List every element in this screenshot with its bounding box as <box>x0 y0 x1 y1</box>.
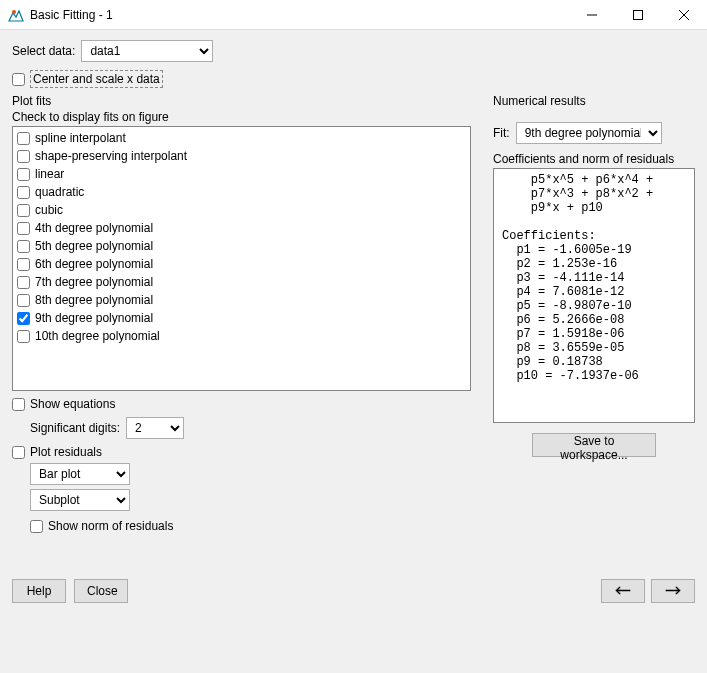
residual-location-dropdown[interactable]: Subplot <box>30 489 130 511</box>
help-button[interactable]: Help <box>12 579 66 603</box>
fit-dropdown[interactable]: 9th degree polynomial <box>516 122 662 144</box>
show-equations-checkbox[interactable] <box>12 398 25 411</box>
fit-item[interactable]: cubic <box>17 201 466 219</box>
fit-label: linear <box>35 167 64 181</box>
fit-item[interactable]: 6th degree polynomial <box>17 255 466 273</box>
fit-item[interactable]: quadratic <box>17 183 466 201</box>
window-title: Basic Fitting - 1 <box>30 8 569 22</box>
fit-checkbox[interactable] <box>17 258 30 271</box>
save-workspace-button[interactable]: Save to workspace... <box>532 433 656 457</box>
fit-label: 8th degree polynomial <box>35 293 153 307</box>
check-display-label: Check to display fits on figure <box>12 110 471 124</box>
prev-button[interactable]: 🡐 <box>601 579 645 603</box>
fit-item[interactable]: 5th degree polynomial <box>17 237 466 255</box>
residual-type-dropdown[interactable]: Bar plot <box>30 463 130 485</box>
titlebar: Basic Fitting - 1 <box>0 0 707 30</box>
sig-digits-label: Significant digits: <box>30 421 120 435</box>
coefficients-header: Coefficients and norm of residuals <box>493 152 695 166</box>
fit-item[interactable]: 9th degree polynomial <box>17 309 466 327</box>
fit-checkbox[interactable] <box>17 186 30 199</box>
show-norm-checkbox[interactable] <box>30 520 43 533</box>
fit-checkbox[interactable] <box>17 132 30 145</box>
fit-item[interactable]: shape-preserving interpolant <box>17 147 466 165</box>
fit-checkbox[interactable] <box>17 168 30 181</box>
select-data-dropdown[interactable]: data1 <box>81 40 213 62</box>
maximize-button[interactable] <box>615 0 661 30</box>
fit-item[interactable]: 4th degree polynomial <box>17 219 466 237</box>
fit-label: cubic <box>35 203 63 217</box>
center-scale-label: Center and scale x data <box>30 70 163 88</box>
plot-fits-section-label: Plot fits <box>12 94 471 108</box>
svg-rect-3 <box>634 10 643 19</box>
fit-label: 9th degree polynomial <box>35 311 153 325</box>
fit-label: 6th degree polynomial <box>35 257 153 271</box>
fit-item[interactable]: 8th degree polynomial <box>17 291 466 309</box>
app-icon <box>8 7 24 23</box>
show-equations-label: Show equations <box>30 397 115 411</box>
results-textbox[interactable]: p5*x^5 + p6*x^4 + p7*x^3 + p8*x^2 + p9*x… <box>493 168 695 423</box>
minimize-button[interactable] <box>569 0 615 30</box>
fit-checkbox[interactable] <box>17 204 30 217</box>
plot-residuals-checkbox[interactable] <box>12 446 25 459</box>
fit-checkbox[interactable] <box>17 330 30 343</box>
window-controls <box>569 0 707 30</box>
fit-label: shape-preserving interpolant <box>35 149 187 163</box>
fit-checkbox[interactable] <box>17 294 30 307</box>
fit-item[interactable]: 7th degree polynomial <box>17 273 466 291</box>
fit-label: spline interpolant <box>35 131 126 145</box>
fit-item[interactable]: spline interpolant <box>17 129 466 147</box>
show-norm-label: Show norm of residuals <box>48 519 173 533</box>
fit-label: 7th degree polynomial <box>35 275 153 289</box>
numerical-section-label: Numerical results <box>493 94 695 108</box>
fit-checkbox[interactable] <box>17 276 30 289</box>
fit-checkbox[interactable] <box>17 312 30 325</box>
fit-item[interactable]: 10th degree polynomial <box>17 327 466 345</box>
plot-residuals-label: Plot residuals <box>30 445 102 459</box>
fit-label: quadratic <box>35 185 84 199</box>
close-window-button[interactable] <box>661 0 707 30</box>
fit-checkbox[interactable] <box>17 240 30 253</box>
center-scale-checkbox[interactable] <box>12 73 25 86</box>
sig-digits-dropdown[interactable]: 2 <box>126 417 184 439</box>
fits-listbox[interactable]: spline interpolantshape-preserving inter… <box>12 126 471 391</box>
fit-checkbox[interactable] <box>17 150 30 163</box>
fit-label: 10th degree polynomial <box>35 329 160 343</box>
fit-label: Fit: <box>493 126 510 140</box>
next-button[interactable]: 🡒 <box>651 579 695 603</box>
svg-point-1 <box>12 10 16 14</box>
close-button[interactable]: Close <box>74 579 128 603</box>
fit-item[interactable]: linear <box>17 165 466 183</box>
select-data-label: Select data: <box>12 44 75 58</box>
fit-label: 5th degree polynomial <box>35 239 153 253</box>
fit-label: 4th degree polynomial <box>35 221 153 235</box>
fit-checkbox[interactable] <box>17 222 30 235</box>
